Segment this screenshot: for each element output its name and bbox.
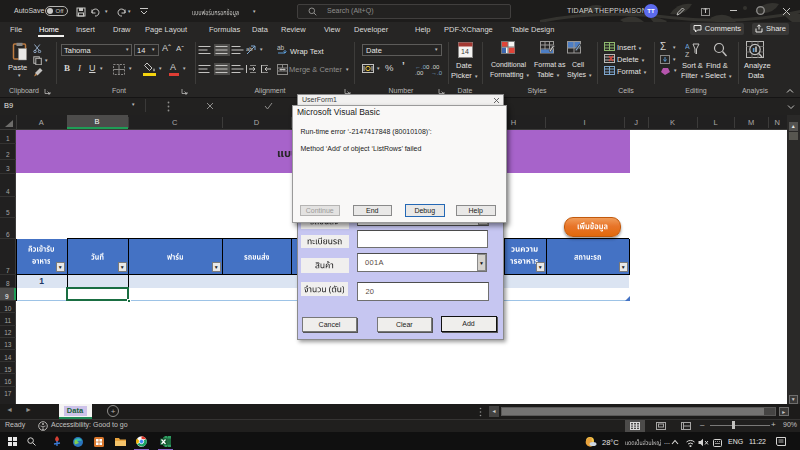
svg-text:Z: Z <box>685 51 690 58</box>
svg-text:ab: ab <box>277 44 285 51</box>
svg-text:ab: ab <box>246 46 253 52</box>
svg-text:14: 14 <box>461 48 469 55</box>
svg-text:A: A <box>685 43 690 50</box>
